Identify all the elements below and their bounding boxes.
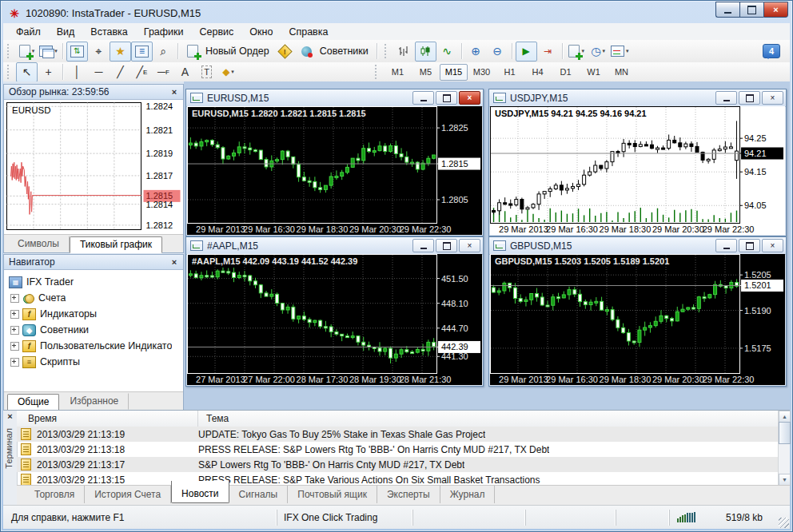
news-row[interactable]: 2013/03/29 21:13:19 UPDATE: Tokyo Gas To…	[17, 427, 779, 442]
expand-icon[interactable]	[10, 358, 19, 367]
tab-signals[interactable]: Сигналы	[229, 486, 289, 503]
minimize-window-button[interactable]	[715, 2, 739, 18]
tree-item-accounts[interactable]: Счета	[4, 290, 183, 306]
bar-chart-button[interactable]	[393, 42, 415, 62]
candlestick-button[interactable]	[415, 42, 436, 62]
tree-root-ifx-trader[interactable]: ▦ IFX Trader	[4, 274, 183, 290]
scroll-up-icon[interactable]: ▲	[779, 411, 791, 423]
terminal-vertical-label[interactable]: Терминал	[4, 428, 14, 469]
terminal-toggle[interactable]: ≡	[131, 42, 153, 62]
connection-status[interactable]: 519/8 kb	[669, 510, 790, 526]
close-button[interactable]: ×	[762, 239, 783, 252]
timeframe-m5[interactable]: M5	[412, 64, 440, 81]
expand-icon[interactable]	[10, 294, 19, 303]
vertical-line-button[interactable]: │	[66, 62, 88, 82]
zoom-out-button[interactable]: ⊖	[487, 42, 508, 62]
horizontal-line-button[interactable]: ─	[88, 62, 110, 82]
menu-window[interactable]: Окно	[241, 25, 281, 39]
tab-journal[interactable]: Журнал	[440, 486, 496, 503]
tab-news[interactable]: Новости	[171, 481, 229, 503]
data-window-button[interactable]: ⌖	[88, 42, 110, 62]
strategy-tester-button[interactable]: ⌕	[153, 42, 174, 62]
text-button[interactable]: A	[174, 62, 196, 82]
tab-tick-chart[interactable]: Тиковый график	[70, 236, 162, 253]
tree-item-scripts[interactable]: ≡ Скрипты	[4, 354, 183, 370]
minimize-button[interactable]	[412, 239, 434, 252]
notifications-badge[interactable]: 4	[763, 44, 780, 58]
tree-item-custom-indicators[interactable]: f Пользовательские Индикато	[4, 338, 183, 354]
minimize-button[interactable]	[412, 91, 434, 105]
chart-window-titlebar[interactable]: USDJPY,M15 ×	[489, 89, 786, 107]
close-button[interactable]: ×	[762, 91, 783, 105]
column-time[interactable]: Время	[17, 411, 198, 427]
restore-button[interactable]	[739, 91, 760, 105]
close-icon[interactable]: ×	[169, 87, 180, 97]
tree-item-advisors[interactable]: ◆ Советники	[4, 322, 183, 338]
templates-button[interactable]: ▾	[609, 42, 631, 62]
toolbar-grip[interactable]	[385, 44, 390, 58]
timeframe-mn[interactable]: MN	[608, 64, 636, 81]
timeframe-w1[interactable]: W1	[580, 64, 608, 81]
restore-button[interactable]	[436, 91, 457, 105]
chart-window-titlebar[interactable]: EURUSD,M15 ×	[186, 89, 483, 107]
chart-window-titlebar[interactable]: GBPUSD,M15 ×	[489, 237, 786, 255]
expand-icon[interactable]	[10, 342, 19, 351]
minimize-button[interactable]	[715, 91, 737, 105]
tab-trade[interactable]: Торговля	[25, 486, 85, 503]
close-window-button[interactable]: ×	[763, 2, 788, 18]
close-button[interactable]: ×	[459, 91, 480, 105]
candlestick-chart[interactable]: 94.2594.2194.1594.0529 Mar 201329 Mar 16…	[490, 106, 785, 235]
periods-button[interactable]: ◷▾	[588, 42, 609, 62]
restore-button[interactable]	[739, 239, 760, 252]
menu-insert[interactable]: Вставка	[82, 25, 135, 39]
chart-window-aapl[interactable]: #AAPL,M15 × 451.50448.10444.70442.39441.…	[185, 236, 484, 387]
expand-icon[interactable]	[10, 310, 19, 319]
scrollbar-thumb[interactable]	[779, 422, 791, 444]
candlestick-chart[interactable]: 1.52051.52011.51901.517529 Mar 201329 Ma…	[490, 254, 785, 385]
tab-account-history[interactable]: История Счета	[85, 486, 171, 503]
fibonacci-button[interactable]: ─F	[153, 62, 174, 82]
toolbar-grip[interactable]	[375, 65, 381, 79]
tab-experts[interactable]: Эксперты	[377, 486, 440, 503]
timeframe-h4[interactable]: H4	[524, 64, 552, 81]
restore-button[interactable]	[436, 239, 457, 252]
zoom-in-button[interactable]: ⊕	[465, 42, 487, 62]
menu-help[interactable]: Справка	[281, 25, 336, 39]
close-button[interactable]: ×	[459, 239, 480, 252]
menu-charts[interactable]: Графики	[136, 25, 192, 39]
scroll-down-icon[interactable]: ▼	[779, 474, 791, 486]
timeframe-m30[interactable]: M30	[468, 64, 496, 81]
maximize-window-button[interactable]	[739, 2, 763, 18]
timeframe-m1[interactable]: M1	[384, 64, 412, 81]
new-chart-button[interactable]: ▾	[16, 42, 38, 62]
channel-button[interactable]: ╱E	[131, 62, 153, 82]
tab-symbols[interactable]: Символы	[7, 236, 70, 252]
cursor-button[interactable]: ↖	[16, 62, 38, 82]
resize-grip[interactable]	[779, 518, 789, 528]
new-order-label[interactable]: Новый Ордер	[205, 46, 269, 57]
menu-tools[interactable]: Сервис	[192, 25, 242, 39]
candlestick-chart[interactable]: 451.50448.10444.70442.39441.3027 Mar 201…	[187, 254, 482, 385]
chart-window-titlebar[interactable]: #AAPL,M15 ×	[186, 237, 483, 255]
column-topic[interactable]: Тема	[198, 413, 229, 424]
crosshair-button[interactable]: +	[38, 62, 59, 82]
tree-item-indicators[interactable]: f Индикаторы	[4, 306, 183, 322]
market-watch-toggle[interactable]: ⇅	[66, 42, 88, 62]
advisors-label[interactable]: Советники	[320, 46, 369, 57]
tick-chart[interactable]: 1.28241.28211.28191.28171.28151.28141.28…	[6, 101, 181, 232]
close-icon[interactable]: ×	[5, 411, 15, 422]
news-row[interactable]: 2013/03/29 21:13:18 PRESS RELEASE: S&P L…	[17, 442, 779, 457]
chart-window-eurusd[interactable]: EURUSD,M15 × 1.28251.28151.280529 Mar 20…	[185, 89, 484, 236]
news-row[interactable]: 2013/03/29 21:13:17 S&P Lowers Rtg To 'B…	[17, 457, 779, 472]
chart-window-gbpusd[interactable]: GBPUSD,M15 × 1.52051.52011.51901.517529 …	[488, 236, 787, 387]
new-order-button[interactable]	[181, 42, 203, 62]
navigator-toggle[interactable]: ★	[110, 42, 131, 62]
news-row[interactable]: 2013/03/29 21:13:15 PRESS RELEASE: S&P T…	[17, 472, 779, 486]
one-click-trading-status[interactable]: IFX One Click Trading	[277, 510, 412, 526]
profiles-button[interactable]: ▾	[38, 42, 59, 62]
timeframe-d1[interactable]: D1	[552, 64, 580, 81]
arrows-button[interactable]: ◆▾	[217, 62, 239, 82]
metaeditor-button[interactable]: !	[274, 42, 296, 62]
trendline-button[interactable]: ╱	[110, 62, 131, 82]
toolbar-grip[interactable]	[7, 44, 13, 58]
